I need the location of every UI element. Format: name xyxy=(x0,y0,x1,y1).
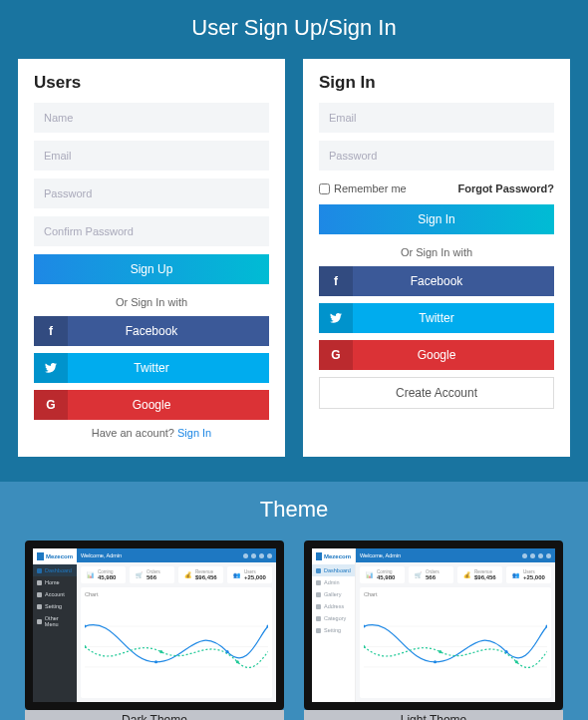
stat-tile: 👥Users+25,000 xyxy=(227,566,272,583)
auth-section-title: User Sign Up/Sign In xyxy=(0,15,588,41)
sidebar-item-home[interactable]: Home xyxy=(33,576,77,588)
auth-section: User Sign Up/Sign In Users Sign Up Or Si… xyxy=(0,0,588,482)
topbar-icon[interactable] xyxy=(267,553,272,558)
menu-icon xyxy=(37,568,42,573)
brand-logo: Mezecom xyxy=(312,548,355,564)
sidebar-item-dashboard[interactable]: Dashboard xyxy=(33,564,77,576)
menu-icon xyxy=(316,568,321,573)
stats-row: 📊Coming45,980🛒Orders566💰Revenue$96,456👥U… xyxy=(356,562,555,587)
signup-button[interactable]: Sign Up xyxy=(34,254,269,284)
stat-icon: 👥 xyxy=(510,570,520,580)
menu-icon xyxy=(37,604,42,609)
stat-value: 566 xyxy=(426,574,440,580)
svg-point-13 xyxy=(364,625,366,628)
chart-title: Chart xyxy=(85,591,268,597)
remember-checkbox[interactable] xyxy=(319,183,330,194)
signup-title: Users xyxy=(34,73,269,93)
stat-text: Coming45,980 xyxy=(377,569,395,580)
signin-facebook-label: Facebook xyxy=(411,274,463,288)
sidebar-item-setting[interactable]: Setting xyxy=(312,624,355,636)
stat-value: 45,980 xyxy=(98,574,116,580)
stat-text: Coming45,980 xyxy=(98,569,116,580)
signin-twitter-button[interactable]: Twitter xyxy=(319,303,554,333)
svg-point-18 xyxy=(439,650,441,653)
sidebar-item-dashboard[interactable]: Dashboard xyxy=(312,564,355,576)
twitter-label: Twitter xyxy=(134,361,168,375)
sidebar-item-label: Admin xyxy=(324,579,340,585)
topbar-icon[interactable] xyxy=(251,553,256,558)
sidebar-item-category[interactable]: Category xyxy=(312,612,355,624)
stat-text: Revenue$96,456 xyxy=(195,569,217,580)
remember-text: Remember me xyxy=(334,182,407,194)
menu-icon xyxy=(316,580,321,585)
topbar-icons xyxy=(243,553,272,558)
stat-icon: 📊 xyxy=(85,570,95,580)
topbar: Welcome, Admin xyxy=(356,548,555,562)
sidebar-item-label: Other Menu xyxy=(45,615,73,627)
stat-icon: 👥 xyxy=(231,570,241,580)
chart-title: Chart xyxy=(364,591,547,597)
chart-icon xyxy=(364,599,547,694)
dark-theme-screen: Mezecom Dashboard Home Account Setting O… xyxy=(25,540,284,710)
create-account-button[interactable]: Create Account xyxy=(319,377,554,409)
menu-icon xyxy=(316,616,321,621)
stat-icon: 🛒 xyxy=(413,570,423,580)
brand-logo: Mezecom xyxy=(33,548,77,564)
topbar: Welcome, Admin xyxy=(77,548,276,562)
signin-google-button[interactable]: G Google xyxy=(319,340,554,370)
forgot-password-link[interactable]: Forgot Password? xyxy=(457,182,554,194)
signin-email-field[interactable] xyxy=(319,103,554,133)
sidebar-item-admin[interactable]: Admin xyxy=(312,576,355,588)
svg-point-14 xyxy=(434,660,437,663)
sidebar-item-other[interactable]: Other Menu xyxy=(33,612,77,630)
signin-title: Sign In xyxy=(319,73,554,93)
sidebar-item-gallery[interactable]: Gallery xyxy=(312,588,355,600)
stat-value: +25,000 xyxy=(244,574,266,580)
svg-point-3 xyxy=(85,625,87,628)
light-sidebar: Mezecom Dashboard Admin Gallery Address … xyxy=(312,548,356,702)
remember-row: Remember me Forgot Password? xyxy=(319,182,554,194)
remember-label[interactable]: Remember me xyxy=(319,182,407,194)
sidebar-item-label: Account xyxy=(45,591,65,597)
google-icon: G xyxy=(34,390,68,420)
email-field[interactable] xyxy=(34,141,269,171)
facebook-label: Facebook xyxy=(126,324,178,338)
logo-icon xyxy=(37,552,44,560)
stat-icon: 📊 xyxy=(364,570,374,580)
signin-facebook-button[interactable]: f Facebook xyxy=(319,266,554,296)
topbar-icon[interactable] xyxy=(546,553,551,558)
topbar-icon[interactable] xyxy=(538,553,543,558)
theme-section-title: Theme xyxy=(0,497,588,523)
signin-button[interactable]: Sign In xyxy=(319,204,554,234)
sidebar-item-setting[interactable]: Setting xyxy=(33,600,77,612)
menu-icon xyxy=(37,580,42,585)
facebook-icon: f xyxy=(319,266,353,296)
stat-tile: 🛒Orders566 xyxy=(409,566,453,583)
topbar-icon[interactable] xyxy=(243,553,248,558)
sidebar-item-account[interactable]: Account xyxy=(33,588,77,600)
dark-theme-monitor: Mezecom Dashboard Home Account Setting O… xyxy=(25,540,284,720)
topbar-icons xyxy=(522,553,551,558)
sidebar-item-address[interactable]: Address xyxy=(312,600,355,612)
menu-icon xyxy=(316,628,321,633)
sidebar-item-label: Home xyxy=(45,579,60,585)
topbar-icon[interactable] xyxy=(530,553,535,558)
light-main: Welcome, Admin 📊Coming45,980🛒Orders566💰R… xyxy=(356,548,555,702)
password-field[interactable] xyxy=(34,179,269,208)
chart-panel: Chart xyxy=(360,587,551,698)
signin-link[interactable]: Sign In xyxy=(177,427,211,439)
confirm-password-field[interactable] xyxy=(34,216,269,246)
google-button[interactable]: G Google xyxy=(34,390,269,420)
facebook-button[interactable]: f Facebook xyxy=(34,316,269,346)
topbar-label: Welcome, Admin xyxy=(360,552,401,558)
stat-text: Orders566 xyxy=(426,569,440,580)
signin-twitter-label: Twitter xyxy=(419,311,453,325)
signin-password-field[interactable] xyxy=(319,141,554,171)
stat-tile: 👥Users+25,000 xyxy=(506,566,551,583)
stat-tile: 💰Revenue$96,456 xyxy=(178,566,223,583)
stat-text: Orders566 xyxy=(147,569,160,580)
topbar-icon[interactable] xyxy=(522,553,527,558)
twitter-button[interactable]: Twitter xyxy=(34,353,269,383)
topbar-icon[interactable] xyxy=(259,553,264,558)
name-field[interactable] xyxy=(34,103,269,133)
